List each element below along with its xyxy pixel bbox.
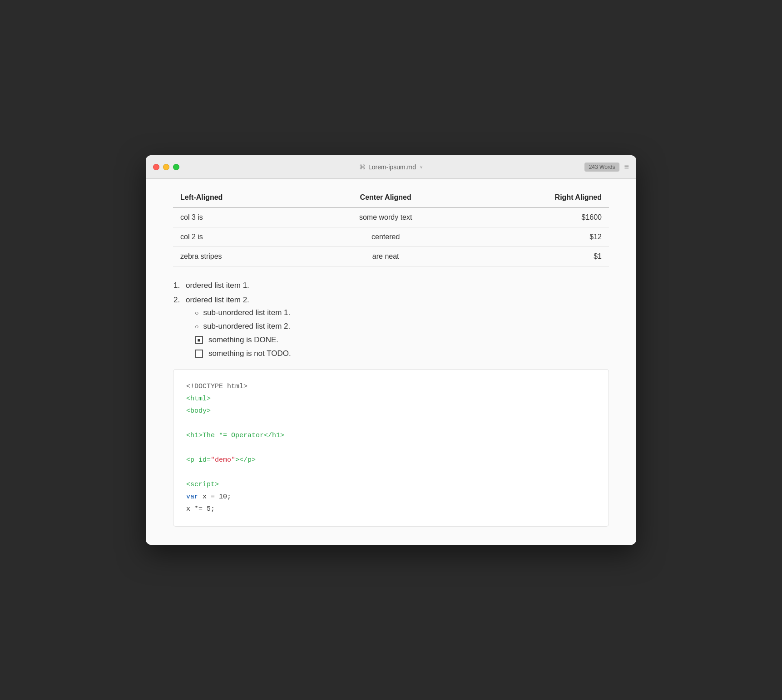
list-item: sub-unordered list item 2. [195, 322, 609, 331]
table-cell: zebra stripes [173, 247, 307, 266]
word-count-badge: 243 Words [584, 163, 620, 172]
table-header-col1: Left-Aligned [173, 188, 307, 207]
code-line: <h1>The *= Operator</h1> [186, 429, 596, 442]
traffic-lights [153, 164, 179, 170]
todo-list: something is DONE. something is not TODO… [186, 335, 609, 358]
filename-label: Lorem-ipsum.md [368, 163, 416, 171]
checkbox-unchecked[interactable] [195, 350, 203, 358]
list-item-text: sub-unordered list item 1. [203, 308, 290, 317]
table-cell: $12 [465, 227, 609, 247]
code-line: <html> [186, 393, 596, 405]
todo-item-done: something is DONE. [195, 335, 609, 345]
checkbox-checked[interactable] [195, 336, 203, 344]
list-item: ordered list item 2. sub-unordered list … [182, 296, 609, 358]
todo-label: something is DONE. [208, 335, 278, 345]
list-item: ordered list item 1. [182, 281, 609, 290]
table-cell: some wordy text [307, 207, 465, 227]
table-header-col3: Right Aligned [465, 188, 609, 207]
todo-label: something is not TODO. [208, 349, 291, 358]
table-cell: $1 [465, 247, 609, 266]
code-line: x *= 5; [186, 503, 596, 515]
table-cell: $1600 [465, 207, 609, 227]
table-row: col 2 is centered $12 [173, 227, 609, 247]
code-line: var x = 10; [186, 491, 596, 503]
code-line: <!DOCTYPE html> [186, 380, 596, 393]
document-icon: ⌘ [359, 163, 366, 171]
chevron-down-icon[interactable]: ∨ [420, 164, 423, 169]
minimize-button[interactable] [163, 164, 169, 170]
todo-item-undone: something is not TODO. [195, 349, 609, 358]
app-window: ⌘ Lorem-ipsum.md ∨ 243 Words ≡ Left-Alig… [146, 155, 636, 545]
titlebar-right: 243 Words ≡ [584, 162, 629, 172]
table-cell: centered [307, 227, 465, 247]
code-block: <!DOCTYPE html> <html> <body> <h1>The *=… [173, 369, 609, 527]
table-cell: are neat [307, 247, 465, 266]
markdown-table: Left-Aligned Center Aligned Right Aligne… [173, 188, 609, 266]
list-item-text: sub-unordered list item 2. [203, 322, 290, 331]
ordered-list: ordered list item 1. ordered list item 2… [173, 281, 609, 358]
titlebar: ⌘ Lorem-ipsum.md ∨ 243 Words ≡ [146, 155, 636, 179]
content-area: Left-Aligned Center Aligned Right Aligne… [146, 179, 636, 545]
unordered-sub-list: sub-unordered list item 1. sub-unordered… [186, 308, 609, 331]
code-line: <script> [186, 478, 596, 491]
code-line: <body> [186, 405, 596, 417]
table-header-col2: Center Aligned [307, 188, 465, 207]
menu-icon[interactable]: ≡ [624, 162, 629, 172]
titlebar-center: ⌘ Lorem-ipsum.md ∨ [359, 163, 423, 171]
code-line [186, 442, 596, 454]
code-line: <p id="demo"></p> [186, 454, 596, 466]
table-row: col 3 is some wordy text $1600 [173, 207, 609, 227]
table-row: zebra stripes are neat $1 [173, 247, 609, 266]
list-item: sub-unordered list item 1. [195, 308, 609, 317]
code-line [186, 417, 596, 429]
close-button[interactable] [153, 164, 159, 170]
table-cell: col 3 is [173, 207, 307, 227]
maximize-button[interactable] [173, 164, 179, 170]
code-line [186, 466, 596, 478]
table-cell: col 2 is [173, 227, 307, 247]
